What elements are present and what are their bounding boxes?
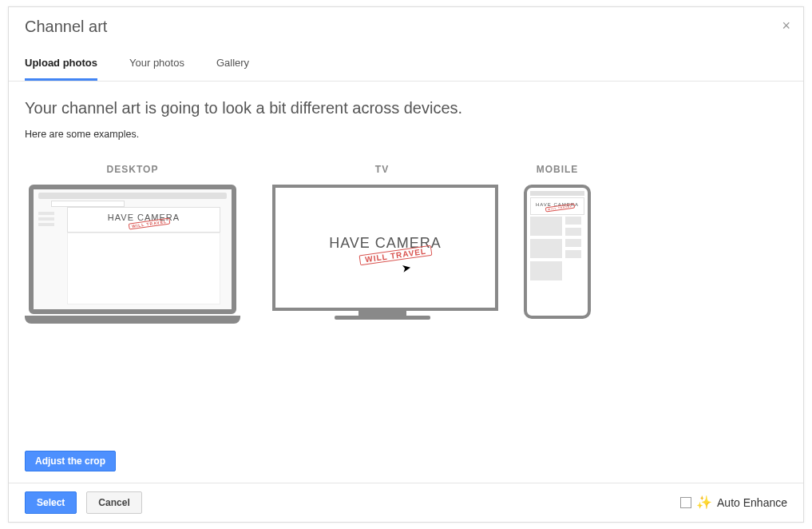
device-tv-label: TV [375,164,389,175]
device-mobile: MOBILE HAVE CAMERA WILL TRAVEL [524,164,591,319]
tab-gallery[interactable]: Gallery [216,57,249,81]
device-desktop: DESKTOP HAVE CAMERA WILL TRAVEL [25,164,240,324]
tv-icon: HAVE CAMERA WILL TRAVEL ➤ [272,185,492,320]
laptop-icon: HAVE CAMERA WILL TRAVEL [25,185,240,324]
auto-enhance-checkbox[interactable] [680,497,691,508]
device-tv: TV HAVE CAMERA WILL TRAVEL ➤ [272,164,492,320]
adjust-crop-button[interactable]: Adjust the crop [25,451,116,471]
device-desktop-label: DESKTOP [107,164,159,175]
cursor-icon: ➤ [401,261,413,275]
dialog-footer: Select Cancel ✨ Auto Enhance [9,483,803,522]
tab-your-photos[interactable]: Your photos [129,57,184,81]
tab-upload-photos[interactable]: Upload photos [25,57,97,81]
phone-icon: HAVE CAMERA WILL TRAVEL [524,185,591,319]
cancel-button[interactable]: Cancel [86,491,141,514]
banner-logo-desktop: HAVE CAMERA WILL TRAVEL [108,213,180,227]
banner-logo-tv: HAVE CAMERA WILL TRAVEL [329,235,442,261]
auto-enhance-toggle[interactable]: ✨ Auto Enhance [680,496,787,509]
dialog-content: Your channel art is going to look a bit … [9,82,803,451]
preview-subline: Here are some examples. [25,129,787,140]
close-button[interactable]: × [782,18,790,33]
banner-logo-mobile: HAVE CAMERA WILL TRAVEL [536,202,579,210]
dialog-title: Channel art [25,17,787,36]
close-icon: × [782,18,790,34]
channel-art-dialog: × Channel art Upload photos Your photos … [8,6,804,523]
preview-headline: Your channel art is going to look a bit … [25,99,787,117]
wand-icon: ✨ [696,496,712,509]
select-button[interactable]: Select [25,491,77,514]
tab-bar: Upload photos Your photos Gallery [9,57,803,82]
auto-enhance-label: Auto Enhance [717,496,787,509]
device-previews: DESKTOP HAVE CAMERA WILL TRAVEL [25,164,787,324]
device-mobile-label: MOBILE [537,164,579,175]
